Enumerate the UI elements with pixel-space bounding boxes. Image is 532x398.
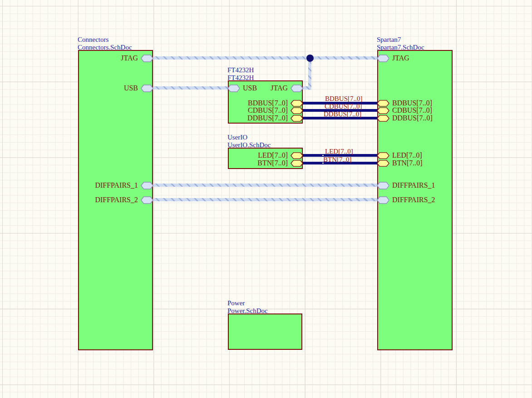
harness-diffpairs-1[interactable] — [153, 184, 377, 187]
sheet-entry-shape-icon — [291, 160, 303, 167]
sheet-entry-bdbus-7-0[interactable] — [377, 100, 389, 107]
sheet-title-ft4232h[interactable]: FT4232HFT4232H — [227, 66, 254, 81]
net-label-led-7-0[interactable]: LED[7..0] — [325, 148, 353, 155]
sheet-entry-usb[interactable] — [141, 85, 153, 92]
sheet-entry-shape-icon — [141, 55, 153, 62]
sheet-entry-shape-icon — [377, 182, 389, 189]
sheet-filename-text[interactable]: Connectors.SchDoc — [78, 44, 132, 51]
sheet-entry-shape-icon — [141, 85, 153, 92]
sheet-name-text[interactable]: Spartan7 — [377, 36, 424, 44]
sheet-entry-ddbus-7-0[interactable] — [377, 115, 389, 122]
sheet-name-text[interactable]: Connectors — [78, 36, 132, 44]
sheet-filename-text[interactable]: FT4232H — [227, 74, 254, 82]
sheet-entry-btn-7-0[interactable] — [291, 160, 303, 167]
sheet-entry-shape-icon — [377, 152, 389, 159]
sheet-entry-label-diffpairs-1: DIFFPAIRS_1 — [95, 181, 138, 190]
sheet-filename-text[interactable]: Spartan7.SchDoc — [377, 44, 424, 51]
sheet-filename-text[interactable]: Power.SchDoc — [227, 307, 268, 315]
sheet-name-text[interactable]: UserIO — [227, 134, 271, 141]
sheet-entry-diffpairs-2[interactable] — [141, 196, 153, 204]
sheet-entry-shape-icon — [291, 85, 303, 92]
sheet-entry-label-usb: USB — [243, 84, 257, 93]
junction-dot — [306, 55, 314, 62]
sheet-entry-label-ddbus-7-0: DDBUS[7..0] — [247, 114, 288, 123]
sheet-entry-shape-icon — [377, 160, 389, 167]
bus-marker — [322, 161, 324, 166]
sheet-filename-text[interactable]: UserIO.SchDoc — [227, 141, 271, 149]
sheet-entry-led-7-0[interactable] — [291, 152, 303, 159]
sheet-entry-label-diffpairs-2: DIFFPAIRS_2 — [392, 195, 435, 204]
net-label-ddbus-7-0[interactable]: DDBUS[7..0] — [324, 110, 361, 118]
bus-marker — [322, 153, 324, 158]
net-label-cdbus-7-0[interactable]: CDBUS[7..0] — [325, 103, 362, 110]
sheet-entry-shape-icon — [291, 115, 303, 122]
sheet-entry-label-diffpairs-2: DIFFPAIRS_2 — [95, 195, 138, 204]
net-label-btn-7-0[interactable]: BTN[7..0] — [323, 156, 352, 163]
sheet-entry-label-jtag: JTAG — [271, 84, 288, 93]
sheet-entry-shape-icon — [291, 100, 303, 107]
sheet-entry-label-jtag: JTAG — [121, 54, 138, 63]
sheet-entry-cdbus-7-0[interactable] — [377, 107, 389, 114]
schematic-canvas: BDBUS[7..0]CDBUS[7..0]DDBUS[7..0]LED[7..… — [0, 0, 532, 398]
sheet-title-userio[interactable]: UserIOUserIO.SchDoc — [227, 134, 271, 149]
sheet-entry-label-jtag: JTAG — [392, 54, 409, 63]
harness-jtag-stub[interactable] — [303, 86, 310, 90]
sheet-entry-shape-icon — [141, 182, 153, 189]
sheet-title-spartan7[interactable]: Spartan7Spartan7.SchDoc — [377, 36, 424, 51]
sheet-entry-shape-icon — [377, 55, 389, 62]
sheet-name-text[interactable]: FT4232H — [227, 66, 254, 74]
harness-diffpairs-2[interactable] — [153, 198, 377, 201]
sheet-entry-shape-icon — [377, 107, 389, 114]
sheet-entry-ddbus-7-0[interactable] — [291, 115, 303, 122]
sheet-entry-jtag[interactable] — [377, 55, 389, 62]
sheet-entry-label-usb: USB — [124, 84, 138, 93]
sheet-entry-shape-icon — [377, 196, 389, 204]
net-label-bdbus-7-0[interactable]: BDBUS[7..0] — [325, 95, 363, 102]
sheet-entry-cdbus-7-0[interactable] — [291, 107, 303, 114]
sheet-entry-shape-icon — [141, 196, 153, 204]
sheet-entry-label-ddbus-7-0: DDBUS[7..0] — [392, 114, 433, 123]
harness-usb[interactable] — [153, 86, 228, 90]
sheet-title-connectors[interactable]: ConnectorsConnectors.SchDoc — [78, 36, 132, 51]
sheet-entry-diffpairs-1[interactable] — [141, 182, 153, 189]
harness-jtag-drop[interactable] — [308, 58, 311, 90]
sheet-entry-shape-icon — [377, 115, 389, 122]
sheet-entry-shape-icon — [377, 100, 389, 107]
sheet-entry-shape-icon — [227, 85, 240, 92]
sheet-entry-shape-icon — [291, 152, 303, 159]
sheet-entry-usb[interactable] — [227, 85, 240, 92]
sheet-entry-label-diffpairs-1: DIFFPAIRS_1 — [392, 181, 435, 190]
sheet-entry-label-btn-7-0: BTN[7..0] — [392, 159, 423, 168]
sheet-entry-diffpairs-2[interactable] — [377, 196, 389, 204]
sheet-entry-jtag[interactable] — [291, 85, 303, 92]
harness-jtag-main[interactable] — [153, 56, 377, 60]
sheet-entry-led-7-0[interactable] — [377, 152, 389, 159]
sheet-title-power[interactable]: PowerPower.SchDoc — [227, 299, 268, 314]
sheet-entry-shape-icon — [291, 107, 303, 114]
sheet-entry-bdbus-7-0[interactable] — [291, 100, 303, 107]
sheet-symbol-power[interactable] — [228, 313, 302, 350]
sheet-name-text[interactable]: Power — [227, 299, 268, 307]
sheet-entry-diffpairs-1[interactable] — [377, 182, 389, 189]
sheet-entry-btn-7-0[interactable] — [377, 160, 389, 167]
sheet-entry-jtag[interactable] — [141, 55, 153, 62]
sheet-entry-label-btn-7-0: BTN[7..0] — [257, 159, 288, 168]
